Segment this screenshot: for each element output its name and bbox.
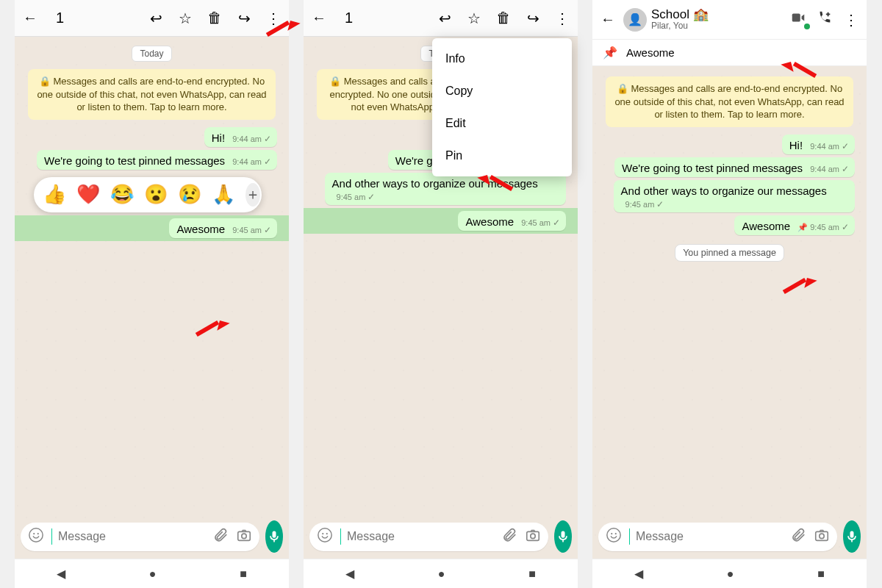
call-add-icon[interactable] [814,10,836,29]
tick-icon: ✓ [842,141,849,151]
tick-icon: ✓ [656,199,664,209]
overflow-icon[interactable]: ⋮ [551,10,573,27]
input-bar [304,514,578,559]
overflow-icon[interactable]: ⋮ [262,10,284,27]
message-bubble[interactable]: We're going to test pinned messages 9:44… [614,157,855,177]
message-text: Hi! [789,139,803,151]
camera-icon[interactable] [236,527,252,547]
reaction-wow[interactable]: 😮 [144,183,168,206]
nav-recents-icon[interactable]: ■ [528,567,536,581]
reaction-heart[interactable]: ❤️ [76,183,100,206]
star-icon[interactable]: ☆ [463,10,485,27]
nav-home-icon[interactable]: ● [438,567,445,581]
svg-rect-3 [238,531,251,540]
message-bubble[interactable]: Awesome 9:45 am✓ [169,218,277,238]
message-input-wrap[interactable] [309,523,548,551]
message-bubble[interactable]: And other ways to organize our messages … [614,180,855,212]
reaction-laugh[interactable]: 😂 [110,183,134,206]
pin-icon: 📌 [797,223,808,232]
message-text: Awesome [465,215,514,228]
chat-area[interactable]: 🔒 Messages and calls are end-to-end encr… [592,66,867,514]
nav-back-icon[interactable]: ◀ [345,567,354,581]
message-input-wrap[interactable] [598,523,837,551]
reaction-pray[interactable]: 🙏 [212,183,235,206]
android-navbar: ◀ ● ■ [304,559,578,588]
attach-icon[interactable] [501,527,517,547]
back-icon[interactable]: ← [597,11,619,28]
back-icon[interactable]: ← [308,10,330,26]
text-cursor [340,528,341,545]
forward-icon[interactable]: ↪ [522,10,544,27]
svg-point-4 [242,534,246,538]
selection-count: 1 [345,10,353,26]
nav-recents-icon[interactable]: ■ [240,567,247,581]
nav-home-icon[interactable]: ● [149,567,157,581]
message-input-wrap[interactable] [21,523,259,551]
message-input[interactable] [58,530,205,543]
svg-point-11 [607,528,620,541]
menu-edit[interactable]: Edit [432,107,572,140]
reaction-bar[interactable]: 👍 ❤️ 😂 😮 😢 🙏 ＋ [34,177,262,212]
encryption-notice[interactable]: 🔒 Messages and calls are end-to-end encr… [28,69,276,120]
video-call-icon[interactable] [787,10,809,29]
reaction-sad[interactable]: 😢 [178,183,201,206]
menu-info[interactable]: Info [432,43,572,75]
reaction-add-icon[interactable]: ＋ [245,183,260,207]
nav-back-icon[interactable]: ◀ [634,567,643,581]
delete-icon[interactable]: 🗑 [204,10,226,26]
star-icon[interactable]: ☆ [174,10,196,27]
selection-toolbar: ← 1 ↩ ☆ 🗑 ↪ ⋮ [304,0,578,37]
menu-copy[interactable]: Copy [432,75,572,107]
message-bubble[interactable]: We're going to test pinned messages 9:44… [37,150,277,170]
pin-icon: 📌 [603,46,617,60]
encryption-notice[interactable]: 🔒 Messages and calls are end-to-end encr… [606,76,853,127]
chat-title-block[interactable]: School 🏫 Pilar, You [651,7,783,32]
message-input[interactable] [636,530,783,543]
avatar[interactable]: 👤 [623,8,647,32]
camera-icon[interactable] [814,527,830,547]
chat-area[interactable]: Today 🔒 Messages and calls are end-to-en… [15,37,289,514]
back-icon[interactable]: ← [19,10,41,26]
nav-back-icon[interactable]: ◀ [57,567,65,581]
message-bubble[interactable]: Awesome 9:45 am✓ [458,211,566,231]
selected-message-row[interactable]: Awesome 9:45 am✓ [304,208,578,234]
menu-pin[interactable]: Pin [432,140,572,172]
message-meta: 9:44 am✓ [810,164,849,174]
emoji-icon[interactable] [317,527,333,547]
panel-2: ← 1 ↩ ☆ 🗑 ↪ ⋮ Today 🔒 Messages and calls… [304,0,578,588]
forward-icon[interactable]: ↪ [233,10,255,27]
message-text: We're going to test pinned messages [622,162,803,174]
camera-icon[interactable] [525,527,541,547]
svg-point-9 [531,534,535,538]
chat-header[interactable]: ← 👤 School 🏫 Pilar, You ⋮ [592,0,867,40]
svg-point-7 [326,533,328,534]
mic-button[interactable] [265,520,283,553]
svg-point-12 [611,533,612,534]
emoji-icon[interactable] [606,527,622,547]
delete-icon[interactable]: 🗑 [492,10,514,26]
android-navbar: ◀ ● ■ [15,559,289,588]
overflow-icon[interactable]: ⋮ [840,11,862,29]
attach-icon[interactable] [790,527,806,547]
nav-recents-icon[interactable]: ■ [817,567,825,581]
text-cursor [629,528,630,545]
message-bubble[interactable]: Awesome 📌9:45 am✓ [734,215,855,236]
tick-icon: ✓ [264,134,271,144]
message-bubble[interactable]: And other ways to organize our messages … [325,173,566,205]
selected-message-row[interactable]: Awesome 9:45 am✓ [15,215,289,241]
message-bubble[interactable]: Hi! 9:44 am✓ [782,135,855,154]
pinned-bar[interactable]: 📌 Awesome [592,40,867,66]
mic-button[interactable] [554,520,572,553]
message-meta: 9:44 am✓ [810,141,849,151]
reply-icon[interactable]: ↩ [434,10,456,27]
emoji-icon[interactable] [28,527,44,547]
message-bubble[interactable]: Hi! 9:44 am✓ [204,127,277,147]
message-input[interactable] [347,530,494,543]
reply-icon[interactable]: ↩ [145,10,167,27]
panel-3: ← 👤 School 🏫 Pilar, You ⋮ 📌 Awesome 🔒 Me… [592,0,867,588]
attach-icon[interactable] [212,527,229,547]
reaction-thumbs-up[interactable]: 👍 [43,183,66,206]
online-dot-icon [803,22,811,31]
mic-button[interactable] [843,520,861,553]
nav-home-icon[interactable]: ● [727,567,734,581]
